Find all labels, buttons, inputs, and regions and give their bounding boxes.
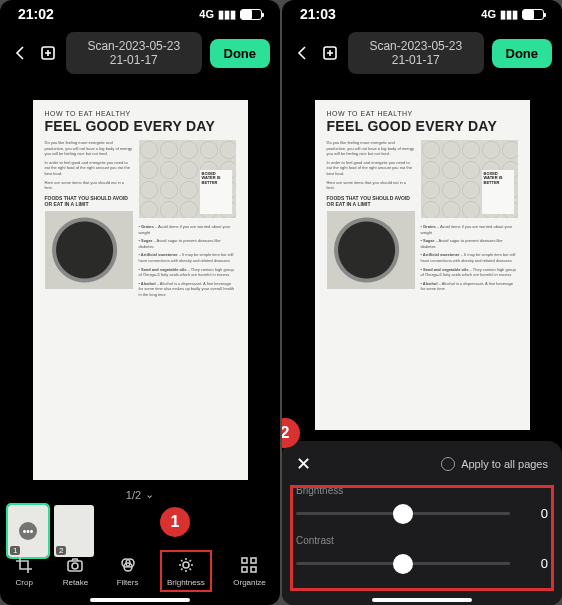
phone-left: 21:02 4G ▮▮▮ Scan-2023-05-23 21-01-17 Do… <box>0 0 280 605</box>
svg-rect-9 <box>242 567 247 572</box>
clock: 21:03 <box>300 6 336 22</box>
home-indicator[interactable] <box>372 598 472 602</box>
contrast-slider-group: Contrast 0 <box>296 535 548 571</box>
doc-text: • Sugar – Avoid sugar to prevent disease… <box>139 238 236 249</box>
doc-subtitle: HOW TO EAT HEALTHY <box>45 110 236 117</box>
doc-image-coffee <box>45 211 133 289</box>
doc-text: • Grains – Avoid items if you are worrie… <box>421 224 518 235</box>
boxed-water-label: BOXED WATER IS BETTER <box>200 170 232 214</box>
camera-icon <box>65 555 85 575</box>
doc-text: In order to feel good and energetic you … <box>45 160 133 177</box>
filters-button[interactable]: Filters <box>111 551 145 591</box>
doc-text: • Grains – Avoid items if you are worrie… <box>139 224 236 235</box>
slider-thumb[interactable] <box>393 504 413 524</box>
doc-title: FEEL GOOD EVERY DAY <box>45 118 236 134</box>
top-toolbar: Scan-2023-05-23 21-01-17 Done <box>0 24 280 82</box>
doc-text: In order to feel good and energetic you … <box>327 160 415 177</box>
svg-rect-8 <box>251 558 256 563</box>
signal-label: 4G <box>481 8 496 20</box>
phone-right: 21:03 4G ▮▮▮ Scan-2023-05-23 21-01-17 Do… <box>282 0 562 605</box>
filters-icon <box>118 555 138 575</box>
page-indicator[interactable]: 1/2 ⌄ <box>0 488 280 501</box>
doc-text: • Sugar – Avoid sugar to prevent disease… <box>421 238 518 249</box>
done-button[interactable]: Done <box>492 39 553 68</box>
doc-text: Do you like feeling more energetic and p… <box>327 140 415 157</box>
status-bar: 21:03 4G ▮▮▮ <box>282 0 562 24</box>
contrast-slider[interactable] <box>296 562 510 565</box>
document-title[interactable]: Scan-2023-05-23 21-01-17 <box>348 32 484 74</box>
contrast-value: 0 <box>524 556 548 571</box>
doc-text: • Artificial sweetener – It may be simpl… <box>139 252 236 263</box>
doc-title: FEEL GOOD EVERY DAY <box>327 118 518 134</box>
contrast-label: Contrast <box>296 535 548 546</box>
brightness-panel: ✕ Apply to all pages Brightness 0 Contra… <box>282 441 562 605</box>
page-preview[interactable]: HOW TO EAT HEALTHY FEEL GOOD EVERY DAY D… <box>33 100 248 480</box>
signal-label: 4G <box>199 8 214 20</box>
annotation-marker-1: 1 <box>160 507 190 537</box>
doc-section-head: FOODS THAT YOU SHOULD AVOID OR EAT IN A … <box>327 195 415 207</box>
doc-text: • Seed and vegetable oils – They contain… <box>139 267 236 278</box>
add-page-button[interactable] <box>38 43 58 63</box>
doc-text: • Seed and vegetable oils – They contain… <box>421 267 518 278</box>
brightness-slider[interactable] <box>296 512 510 515</box>
crop-icon <box>14 555 34 575</box>
brightness-slider-group: Brightness 0 <box>296 485 548 521</box>
retake-button[interactable]: Retake <box>57 551 94 591</box>
top-toolbar: Scan-2023-05-23 21-01-17 Done <box>282 24 562 82</box>
more-icon[interactable]: ••• <box>19 522 37 540</box>
add-page-button[interactable] <box>320 43 340 63</box>
apply-all-toggle[interactable]: Apply to all pages <box>441 457 548 471</box>
doc-image-lemons: BOXED WATER IS BETTER <box>139 140 236 218</box>
doc-text: • Alcohol – Alcohol is a depressant. A f… <box>421 281 518 292</box>
back-button[interactable] <box>292 43 312 63</box>
document-title[interactable]: Scan-2023-05-23 21-01-17 <box>66 32 202 74</box>
chevron-down-icon: ⌄ <box>145 488 154 501</box>
doc-text: Do you like feeling more energetic and p… <box>45 140 133 157</box>
svg-rect-10 <box>251 567 256 572</box>
svg-rect-7 <box>242 558 247 563</box>
doc-text: • Artificial sweetener – It may be simpl… <box>421 252 518 263</box>
doc-text: • Alcohol – Alcohol is a depressant. A f… <box>139 281 236 298</box>
crop-button[interactable]: Crop <box>8 551 40 591</box>
brightness-label: Brightness <box>296 485 548 496</box>
brightness-button[interactable]: Brightness <box>161 551 211 591</box>
signal-bars-icon: ▮▮▮ <box>218 8 236 21</box>
done-button[interactable]: Done <box>210 39 271 68</box>
status-bar: 21:02 4G ▮▮▮ <box>0 0 280 24</box>
doc-image-lemons: BOXED WATER IS BETTER <box>421 140 518 218</box>
svg-point-6 <box>183 562 189 568</box>
page-preview[interactable]: HOW TO EAT HEALTHY FEEL GOOD EVERY DAY D… <box>315 100 530 430</box>
clock: 21:02 <box>18 6 54 22</box>
battery-icon <box>522 9 544 20</box>
radio-icon <box>441 457 455 471</box>
svg-point-2 <box>72 563 78 569</box>
slider-thumb[interactable] <box>393 554 413 574</box>
brightness-value: 0 <box>524 506 548 521</box>
battery-icon <box>240 9 262 20</box>
doc-text: Here are some items that you should eat … <box>327 180 415 191</box>
signal-bars-icon: ▮▮▮ <box>500 8 518 21</box>
doc-text: Here are some items that you should eat … <box>45 180 133 191</box>
organize-button[interactable]: Organize <box>227 551 271 591</box>
organize-icon <box>239 555 259 575</box>
doc-section-head: FOODS THAT YOU SHOULD AVOID OR EAT IN A … <box>45 195 133 207</box>
brightness-icon <box>176 555 196 575</box>
doc-image-coffee <box>327 211 415 289</box>
home-indicator[interactable] <box>90 598 190 602</box>
doc-subtitle: HOW TO EAT HEALTHY <box>327 110 518 117</box>
back-button[interactable] <box>10 43 30 63</box>
boxed-water-label: BOXED WATER IS BETTER <box>482 170 514 214</box>
bottom-bar: Crop Retake Filters Brightness Organize <box>0 545 280 605</box>
close-button[interactable]: ✕ <box>296 453 311 475</box>
